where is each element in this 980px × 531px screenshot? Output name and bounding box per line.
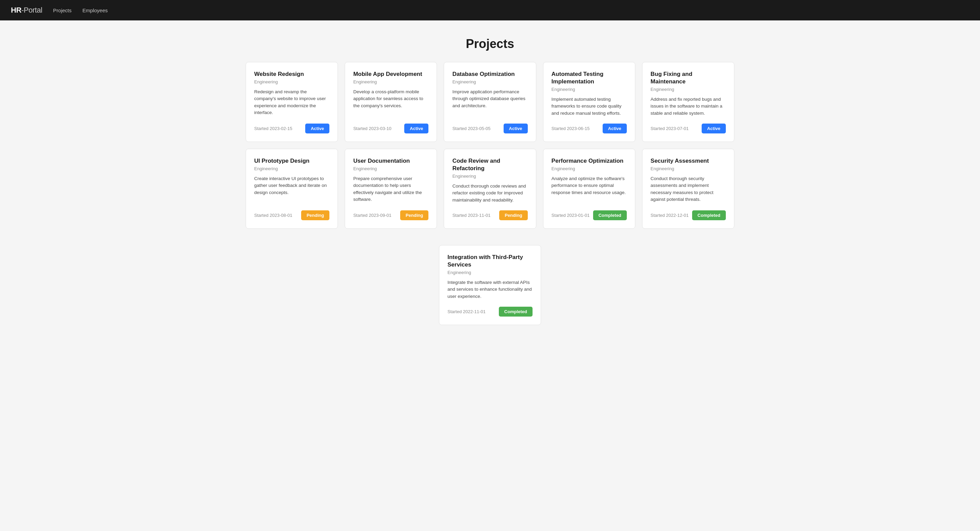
status-badge: Completed	[593, 210, 627, 220]
status-badge: Active	[702, 124, 726, 134]
project-footer: Started 2023-06-15 Active	[552, 124, 627, 134]
project-card-11: Integration with Third-Party Services En…	[439, 245, 541, 325]
project-dept: Engineering	[651, 87, 726, 92]
status-badge: Active	[404, 124, 428, 134]
project-date: Started 2023-01-01	[552, 213, 590, 218]
project-card-9: Performance Optimization Engineering Ana…	[543, 149, 635, 229]
nav-brand: HR-Portal	[11, 6, 42, 14]
project-card-7: User Documentation Engineering Prepare c…	[345, 149, 437, 229]
status-badge: Pending	[400, 210, 428, 220]
page-title: Projects	[0, 21, 980, 62]
status-badge: Pending	[499, 210, 527, 220]
project-card-4: Automated Testing Implementation Enginee…	[543, 62, 635, 142]
projects-row3: Integration with Third-Party Services En…	[235, 245, 745, 341]
project-dept: Engineering	[254, 79, 329, 85]
project-card-5: Bug Fixing and Maintenance Engineering A…	[642, 62, 734, 142]
project-footer: Started 2023-03-10 Active	[353, 124, 428, 134]
project-title: Automated Testing Implementation	[552, 70, 627, 85]
project-title: User Documentation	[353, 157, 428, 165]
status-badge: Active	[504, 124, 528, 134]
project-date: Started 2023-03-10	[353, 126, 391, 131]
project-title: Code Review and Refactoring	[452, 157, 527, 172]
project-dept: Engineering	[353, 79, 428, 85]
project-date: Started 2022-11-01	[447, 309, 485, 314]
project-date: Started 2022-12-01	[651, 213, 689, 218]
project-footer: Started 2023-11-01 Pending	[452, 210, 527, 220]
project-date: Started 2023-09-01	[353, 213, 391, 218]
project-dept: Engineering	[452, 174, 527, 179]
project-desc: Prepare comprehensive user documentation…	[353, 175, 428, 204]
status-badge: Active	[603, 124, 627, 134]
project-desc: Redesign and revamp the company's websit…	[254, 88, 329, 117]
project-title: Security Assessment	[651, 157, 726, 165]
project-dept: Engineering	[254, 166, 329, 171]
project-title: Mobile App Development	[353, 70, 428, 78]
project-title: UI Prototype Design	[254, 157, 329, 165]
project-dept: Engineering	[452, 79, 527, 85]
project-dept: Engineering	[651, 166, 726, 171]
project-title: Integration with Third-Party Services	[447, 254, 533, 269]
project-footer: Started 2023-09-01 Pending	[353, 210, 428, 220]
project-date: Started 2023-06-15	[552, 126, 590, 131]
project-date: Started 2023-08-01	[254, 213, 292, 218]
project-card-2: Mobile App Development Engineering Devel…	[345, 62, 437, 142]
project-desc: Develop a cross-platform mobile applicat…	[353, 88, 428, 117]
project-desc: Improve application performance through …	[452, 88, 527, 117]
project-date: Started 2023-02-15	[254, 126, 292, 131]
status-badge: Completed	[499, 307, 533, 317]
project-footer: Started 2023-05-05 Active	[452, 124, 527, 134]
project-footer: Started 2022-11-01 Completed	[447, 307, 533, 317]
project-footer: Started 2023-07-01 Active	[651, 124, 726, 134]
project-dept: Engineering	[447, 270, 533, 275]
project-desc: Analyze and optimize the software's perf…	[552, 175, 627, 204]
project-card-8: Code Review and Refactoring Engineering …	[444, 149, 536, 229]
project-title: Bug Fixing and Maintenance	[651, 70, 726, 85]
status-badge: Pending	[301, 210, 329, 220]
project-date: Started 2023-05-05	[452, 126, 490, 131]
project-footer: Started 2023-02-15 Active	[254, 124, 329, 134]
project-desc: Create interactive UI prototypes to gath…	[254, 175, 329, 204]
status-badge: Completed	[692, 210, 726, 220]
project-desc: Conduct thorough security assessments an…	[651, 175, 726, 204]
project-dept: Engineering	[552, 166, 627, 171]
projects-grid: Website Redesign Engineering Redesign an…	[235, 62, 745, 245]
project-desc: Integrate the software with external API…	[447, 279, 533, 300]
nav-link-projects[interactable]: Projects	[53, 8, 72, 13]
project-dept: Engineering	[552, 87, 627, 92]
navbar: HR-Portal Projects Employees	[0, 0, 980, 21]
nav-link-employees[interactable]: Employees	[82, 8, 108, 13]
project-dept: Engineering	[353, 166, 428, 171]
project-title: Database Optimization	[452, 70, 527, 78]
status-badge: Active	[305, 124, 329, 134]
project-footer: Started 2022-12-01 Completed	[651, 210, 726, 220]
project-title: Website Redesign	[254, 70, 329, 78]
project-date: Started 2023-11-01	[452, 213, 490, 218]
project-title: Performance Optimization	[552, 157, 627, 165]
project-desc: Implement automated testing frameworks t…	[552, 96, 627, 117]
project-desc: Address and fix reported bugs and issues…	[651, 96, 726, 117]
project-date: Started 2023-07-01	[651, 126, 689, 131]
project-card-3: Database Optimization Engineering Improv…	[444, 62, 536, 142]
project-card-10: Security Assessment Engineering Conduct …	[642, 149, 734, 229]
project-desc: Conduct thorough code reviews and refact…	[452, 183, 527, 204]
project-footer: Started 2023-01-01 Completed	[552, 210, 627, 220]
project-footer: Started 2023-08-01 Pending	[254, 210, 329, 220]
project-card-1: Website Redesign Engineering Redesign an…	[246, 62, 338, 142]
project-card-6: UI Prototype Design Engineering Create i…	[246, 149, 338, 229]
